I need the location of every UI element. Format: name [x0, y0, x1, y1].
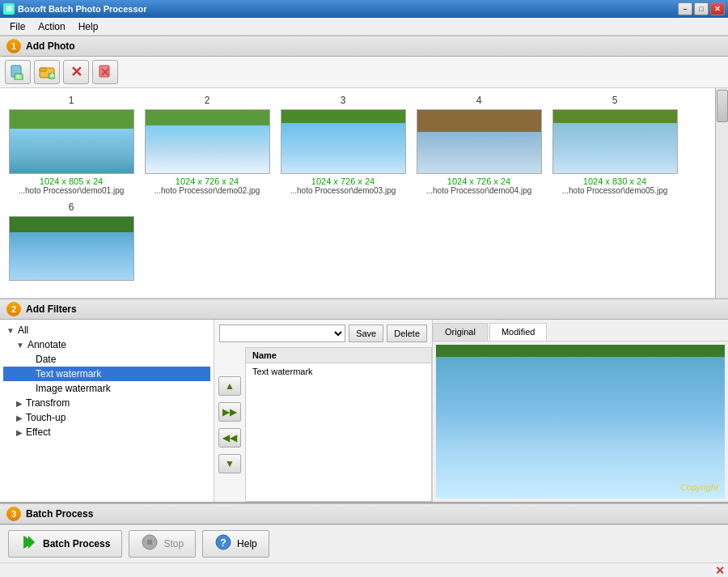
tab-modified[interactable]: Modified: [489, 323, 548, 341]
filter-row-text-watermark[interactable]: Text watermark: [246, 363, 431, 380]
menu-action[interactable]: Action: [32, 19, 71, 34]
filter-top-controls: Save Delete: [214, 320, 432, 347]
minimize-button[interactable]: –: [678, 2, 692, 15]
preview-image: Copyright: [436, 345, 725, 499]
tree-item-touchup[interactable]: ▶ Touch-up: [3, 410, 210, 425]
thumbnail-6: [9, 216, 134, 281]
list-item[interactable]: 2 1024 x 726 x 24 ...hoto Processor\demo…: [142, 95, 272, 195]
photo-dims-1: 1024 x 805 x 24: [40, 176, 103, 186]
help-label: Help: [237, 538, 257, 549]
stop-icon: [141, 533, 159, 555]
thumbnail-5: [552, 109, 678, 174]
list-item[interactable]: 6: [6, 202, 136, 283]
photo-dims-2: 1024 x 726 x 24: [176, 176, 239, 186]
svg-marker-11: [28, 536, 35, 549]
menu-bar: File Action Help: [0, 18, 728, 36]
status-close-icon: ✕: [715, 564, 725, 577]
tab-original[interactable]: Original: [433, 323, 488, 341]
photo-path-5: ...hoto Processor\demo05.jpg: [562, 186, 668, 195]
filter-preset-dropdown[interactable]: [219, 325, 345, 342]
add-photo-title: Add Photo: [26, 40, 75, 52]
preview-panel: Original Modified Copyright: [433, 320, 728, 502]
close-button[interactable]: ✕: [710, 2, 725, 15]
tree-label: Image watermark: [36, 383, 111, 394]
stop-button[interactable]: Stop: [129, 530, 196, 558]
thumbnail-1: [9, 109, 134, 174]
section-number-1: 1: [6, 39, 21, 53]
preview-tabs: Original Modified: [433, 320, 728, 342]
status-bar: ✕: [0, 562, 728, 577]
tree-item-date[interactable]: Date: [3, 352, 210, 367]
photo-path-4: ...hoto Processor\demo04.jpg: [426, 186, 532, 195]
move-up-button[interactable]: ▲: [218, 376, 241, 396]
menu-help[interactable]: Help: [72, 19, 105, 34]
svg-text:+: +: [50, 71, 54, 79]
svg-text:+: +: [16, 73, 20, 80]
tree-item-image-watermark[interactable]: Image watermark: [3, 381, 210, 396]
list-item[interactable]: 4 1024 x 726 x 24 ...hoto Processor\demo…: [414, 95, 544, 195]
move-fast-back-button[interactable]: ◀◀: [218, 428, 241, 448]
photo-dims-5: 1024 x 830 x 24: [583, 176, 646, 186]
filter-table-header: Name: [246, 348, 431, 363]
preview-sky-background: Copyright: [436, 345, 725, 499]
svg-rect-4: [40, 68, 46, 71]
tree-item-annotate[interactable]: ▼ Annotate: [3, 337, 210, 352]
expand-icon-touchup: ▶: [16, 414, 23, 422]
help-button[interactable]: ? Help: [202, 530, 269, 558]
clear-button[interactable]: [92, 60, 118, 84]
tree-label: Transfrom: [26, 397, 70, 409]
move-fast-forward-button[interactable]: ▶▶: [218, 402, 241, 422]
thumbnail-2: [145, 109, 270, 174]
add-folder-button[interactable]: +: [34, 60, 60, 84]
scrollbar-track[interactable]: [715, 88, 728, 298]
list-item[interactable]: 1 1024 x 805 x 24 ...hoto Processor\demo…: [6, 95, 136, 195]
copyright-watermark: Copyright: [680, 482, 718, 492]
title-bar-text: Boxoft Batch Photo Processor: [18, 4, 147, 14]
filters-tree: ▼ All ▼ Annotate Date Text watermark Ima…: [0, 320, 214, 502]
save-preset-button[interactable]: Save: [349, 325, 383, 342]
title-bar: 🖼 Boxoft Batch Photo Processor – □ ✕: [0, 0, 728, 18]
remove-button[interactable]: ✕: [63, 60, 89, 84]
tree-label: Annotate: [28, 339, 66, 350]
delete-preset-button[interactable]: Delete: [387, 325, 427, 342]
move-down-button[interactable]: ▼: [218, 454, 241, 473]
section-number-3: 3: [6, 507, 21, 521]
batch-process-button[interactable]: Batch Process: [8, 530, 122, 558]
photo-path-2: ...hoto Processor\demo02.jpg: [154, 186, 260, 195]
stop-label: Stop: [163, 538, 184, 549]
list-item[interactable]: 3 1024 x 726 x 24 ...hoto Processor\demo…: [278, 95, 408, 195]
photo-path-3: ...hoto Processor\demo03.jpg: [290, 186, 396, 195]
arrow-buttons-column: ▲ ▶▶ ◀◀ ▼: [214, 347, 245, 502]
menu-file[interactable]: File: [3, 19, 32, 34]
list-item[interactable]: 5 1024 x 830 x 24 ...hoto Processor\demo…: [550, 95, 679, 195]
help-icon: ?: [214, 533, 232, 555]
filters-body: ▼ All ▼ Annotate Date Text watermark Ima…: [0, 320, 728, 502]
svg-rect-13: [147, 540, 152, 545]
batch-process-title: Batch Process: [26, 508, 93, 520]
tree-item-text-watermark[interactable]: Text watermark: [3, 367, 210, 381]
photo-area: 1 1024 x 805 x 24 ...hoto Processor\demo…: [0, 88, 728, 299]
tree-item-effect[interactable]: ▶ Effect: [3, 425, 210, 439]
svg-text:?: ?: [220, 537, 226, 549]
photo-dims-4: 1024 x 726 x 24: [447, 176, 510, 186]
photo-path-1: ...hoto Processor\demo01.jpg: [19, 186, 125, 195]
filter-list: Name Text watermark: [245, 347, 432, 502]
tree-label: Date: [36, 354, 56, 365]
section-number-2: 2: [6, 302, 21, 316]
tree-label: Touch-up: [26, 412, 66, 423]
filter-controls-panel: Save Delete ▲ ▶▶ ◀◀ ▼ Name Text watermar…: [214, 320, 433, 502]
tree-item-all[interactable]: ▼ All: [3, 323, 210, 337]
tree-label: Text watermark: [36, 368, 101, 380]
maximize-button[interactable]: □: [694, 2, 709, 15]
tree-item-transform[interactable]: ▶ Transfrom: [3, 396, 210, 410]
scrollbar-thumb[interactable]: [717, 90, 728, 122]
add-filters-section-header: 2 Add Filters: [0, 299, 728, 320]
photo-grid: 1 1024 x 805 x 24 ...hoto Processor\demo…: [0, 88, 728, 290]
tree-label: All: [18, 325, 28, 336]
play-icon: [20, 533, 38, 555]
add-filters-title: Add Filters: [26, 303, 77, 315]
add-file-button[interactable]: +: [5, 60, 31, 84]
add-photo-toolbar: + + ✕: [0, 57, 728, 88]
expand-icon-all: ▼: [6, 326, 15, 335]
batch-process-section: 3 Batch Process Batch Process: [0, 502, 728, 562]
